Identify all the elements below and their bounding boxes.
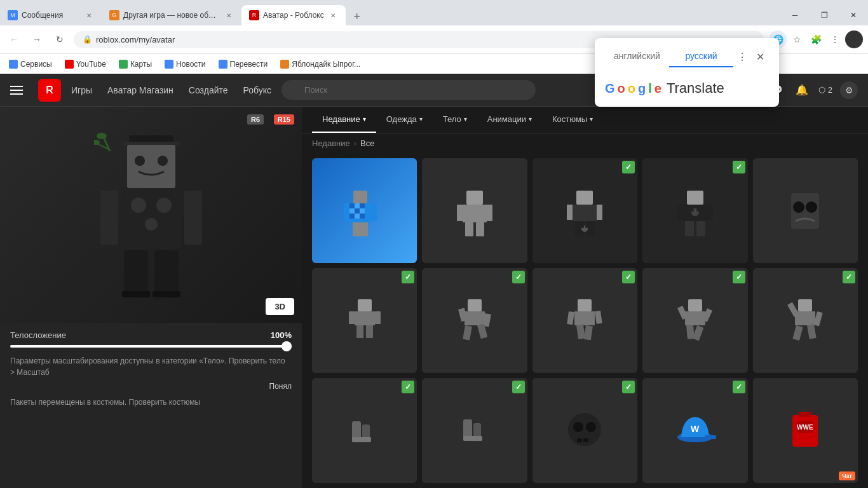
svg-rect-103	[705, 435, 716, 439]
tab-close[interactable]: ✕	[84, 10, 94, 20]
scale-slider[interactable]	[10, 345, 292, 348]
translate-lang-en[interactable]: английский	[605, 46, 669, 67]
tab-clothes[interactable]: Одежда ▾	[376, 107, 433, 133]
check-badge: ✓	[622, 161, 635, 173]
svg-rect-78	[584, 325, 593, 340]
item-card[interactable]: ✓	[422, 378, 527, 483]
r6-badge[interactable]: R6	[247, 114, 264, 125]
bookmark-label: Яблондайк Ыпрог...	[292, 60, 360, 69]
bookmark-news[interactable]: Новости	[161, 58, 209, 70]
close-button[interactable]: ✕	[839, 5, 868, 25]
item-card[interactable]: ROBLOX Boy	[422, 158, 527, 263]
svg-rect-87	[787, 302, 799, 317]
nav-games[interactable]: Игры	[71, 85, 92, 95]
notification-icon[interactable]: 🔔	[793, 81, 811, 99]
translate-body: G o o g l e Translate	[595, 72, 779, 107]
tab-close[interactable]: ✕	[328, 10, 338, 20]
items-grid: ROBLOX Boy Торс ROBLOX B	[302, 153, 868, 488]
nav-avatar-shop[interactable]: Аватар Магазин	[107, 85, 173, 95]
item-image	[312, 158, 417, 263]
check-badge: ✓	[622, 381, 635, 393]
item-card[interactable]: ✓ Rthro Idle	[312, 268, 417, 373]
tab-body[interactable]: Тело ▾	[433, 107, 477, 133]
forward-button[interactable]: →	[28, 30, 46, 48]
item-card[interactable]: ✓	[312, 378, 417, 483]
nav-create[interactable]: Создайте	[189, 85, 228, 95]
item-card[interactable]: WWE Чат	[753, 378, 858, 483]
svg-rect-37	[487, 205, 492, 221]
tab-animations[interactable]: Анимации ▾	[477, 107, 542, 133]
chevron-down-icon: ▾	[590, 116, 593, 123]
bookmark-translate[interactable]: Перевести	[215, 58, 272, 70]
hamburger-menu[interactable]	[10, 81, 28, 99]
check-badge: ✓	[733, 271, 745, 283]
bookmark-services[interactable]: Сервисы	[5, 58, 56, 70]
tab-label: Другая игра — новое объявлен...	[123, 11, 220, 20]
tab-costumes[interactable]: Костюмы ▾	[542, 107, 603, 133]
item-card[interactable]: ✓ Rthro Climb	[753, 268, 858, 373]
header-nav: Игры Аватар Магазин Создайте Робукс	[71, 85, 271, 95]
roblox-logo[interactable]: R	[38, 79, 61, 102]
item-card[interactable]: ✓ Штаны с черепом	[532, 158, 637, 263]
scale-thumb[interactable]	[281, 341, 292, 351]
bookmark-youtube[interactable]: YouTube	[61, 58, 110, 70]
tab-messages[interactable]: M Сообщения ✕	[0, 5, 102, 25]
svg-rect-84	[692, 325, 703, 341]
translate-options-button[interactable]: ⋮	[733, 48, 751, 65]
item-card[interactable]: ✓ Rthro Walk	[532, 268, 637, 373]
back-button[interactable]: ←	[5, 30, 23, 48]
svg-point-98	[573, 422, 583, 432]
svg-rect-39	[476, 222, 484, 236]
svg-point-7	[156, 198, 172, 213]
svg-rect-73	[578, 299, 592, 311]
nav-robux[interactable]: Робукс	[243, 85, 272, 95]
got-it-button[interactable]: Понял	[10, 382, 292, 391]
extensions-icon[interactable]: 🧩	[807, 30, 825, 48]
search-input[interactable]	[281, 80, 536, 100]
svg-rect-74	[574, 311, 595, 325]
item-card[interactable]: ✓ Рубашка с черепом	[642, 158, 747, 263]
refresh-button[interactable]: ↻	[51, 30, 69, 48]
item-image: ✓	[422, 378, 527, 483]
item-card[interactable]: ROBLOX Boy Торс	[312, 158, 417, 263]
tab-label: Одежда	[386, 114, 417, 124]
3d-button[interactable]: 3D	[266, 298, 294, 315]
new-tab-button[interactable]: +	[348, 8, 366, 25]
bookmark-misc[interactable]: Яблондайк Ыпрог...	[276, 58, 364, 70]
translate-close-button[interactable]: ✕	[751, 48, 769, 65]
item-image: ✓	[532, 378, 637, 483]
svg-rect-94	[463, 419, 472, 438]
svg-rect-35	[463, 205, 487, 222]
svg-rect-68	[465, 311, 485, 325]
bookmark-star-icon[interactable]: ☆	[788, 30, 806, 48]
tab-close[interactable]: ✕	[224, 10, 234, 20]
item-card[interactable]: W ✓	[642, 378, 747, 483]
svg-rect-77	[576, 324, 585, 339]
profile-avatar[interactable]	[845, 30, 863, 48]
menu-icon[interactable]: ⋮	[826, 30, 844, 48]
google-g2-icon: g	[638, 81, 646, 96]
r15-badge[interactable]: R15	[274, 114, 294, 125]
google-e-icon: e	[654, 81, 661, 96]
tab-avatar[interactable]: R Аватар - Роблокс ✕	[241, 5, 346, 25]
item-card[interactable]: Холод	[753, 158, 858, 263]
translate-lang-ru[interactable]: русский	[669, 46, 733, 67]
chevron-down-icon: ▾	[419, 116, 423, 123]
toolbar-icons: 🌐 ☆ 🧩 ⋮	[769, 30, 863, 48]
header-right: 💬 🔔 ⬡ 2 ⚙	[768, 81, 858, 99]
bookmark-maps[interactable]: Карты	[115, 58, 156, 70]
tab-recent[interactable]: Недавние ▾	[312, 107, 376, 133]
items-panel: Недавние ▾ Одежда ▾ Тело ▾ Анимации ▾ Ко…	[302, 107, 868, 488]
maximize-button[interactable]: ❐	[810, 5, 839, 25]
svg-rect-34	[466, 191, 483, 205]
item-card[interactable]: ✓	[532, 378, 637, 483]
svg-rect-96	[463, 436, 482, 441]
item-card[interactable]: ✓ Rthro Run	[422, 268, 527, 373]
minimize-button[interactable]: ─	[780, 5, 810, 25]
robux-amount: 2	[828, 85, 832, 95]
item-card[interactable]: ✓ Rthro Fall	[642, 268, 747, 373]
breadcrumb-recent[interactable]: Недавние	[312, 139, 350, 148]
tab-game[interactable]: G Другая игра — новое объявлен... ✕	[102, 5, 241, 25]
settings-icon[interactable]: ⚙	[840, 81, 858, 99]
header-search: 🔍	[281, 80, 536, 100]
